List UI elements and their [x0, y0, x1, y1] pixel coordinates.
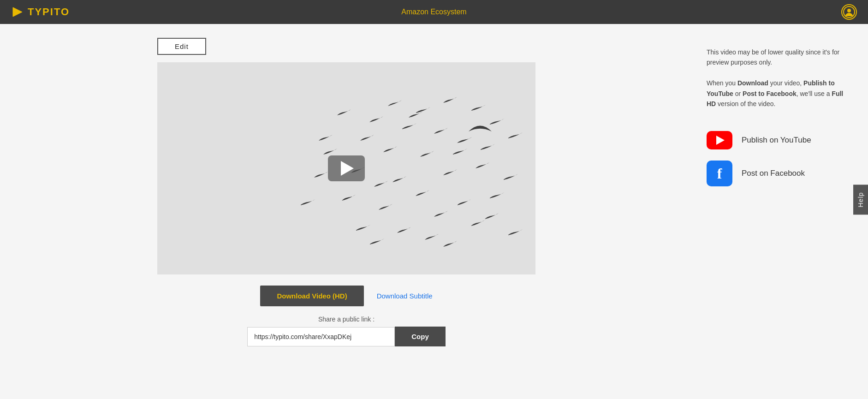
post-facebook-button[interactable]: f Post on Facebook — [707, 161, 854, 186]
copy-button[interactable]: Copy — [395, 327, 446, 346]
avatar-icon — [843, 6, 855, 18]
typito-logo-icon — [11, 6, 24, 18]
youtube-play-icon — [716, 136, 725, 145]
share-input-row: Copy — [247, 327, 446, 346]
edit-button[interactable]: Edit — [157, 38, 206, 55]
facebook-icon: f — [707, 161, 732, 186]
quality-notice-line2: When you Download your video, Publish to… — [707, 78, 854, 109]
share-row: Share a public link : Copy — [157, 316, 535, 346]
app-logo[interactable]: TYPITO — [11, 6, 70, 18]
logo-text: TYPITO — [28, 6, 70, 18]
facebook-label: Post on Facebook — [742, 169, 805, 178]
play-button[interactable] — [328, 155, 365, 181]
edit-btn-row: Edit — [157, 38, 535, 55]
main-content: Edit — [0, 24, 868, 399]
social-buttons: Publish on YouTube f Post on Facebook — [707, 131, 854, 186]
video-player[interactable] — [157, 62, 535, 274]
svg-marker-0 — [13, 7, 22, 17]
right-section: This video may be of lower quality since… — [693, 38, 868, 385]
left-section: Edit — [0, 38, 693, 385]
help-tab[interactable]: Help — [853, 185, 868, 214]
quality-notice-line1: This video may be of lower quality since… — [707, 47, 854, 68]
app-header: TYPITO Amazon Ecosystem — [0, 0, 868, 24]
video-controls: Download Video (HD) Download Subtitle Sh… — [157, 286, 535, 346]
download-video-button[interactable]: Download Video (HD) — [260, 286, 363, 306]
share-label: Share a public link : — [318, 316, 375, 323]
download-row: Download Video (HD) Download Subtitle — [260, 286, 432, 306]
youtube-icon — [707, 131, 732, 149]
svg-point-2 — [847, 9, 851, 12]
download-subtitle-button[interactable]: Download Subtitle — [377, 292, 433, 300]
project-title: Amazon Ecosystem — [401, 8, 466, 16]
publish-youtube-button[interactable]: Publish on YouTube — [707, 131, 854, 149]
play-icon — [341, 161, 354, 176]
share-url-input[interactable] — [247, 327, 395, 346]
user-avatar[interactable] — [841, 4, 857, 20]
quality-notice: This video may be of lower quality since… — [707, 47, 854, 109]
youtube-label: Publish on YouTube — [742, 136, 811, 145]
